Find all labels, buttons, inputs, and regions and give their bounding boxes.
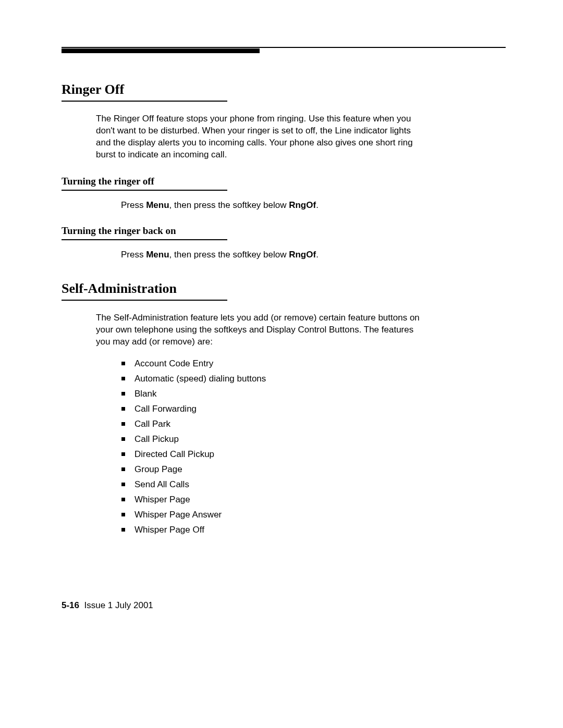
text: Press	[121, 200, 146, 210]
bullet-icon	[121, 467, 125, 471]
bullet-icon	[121, 452, 125, 456]
subheading-turn-on: Turning the ringer back on	[62, 225, 506, 237]
text: .	[316, 200, 319, 210]
list-item-label: Whisper Page Answer	[134, 510, 222, 520]
issue-text: Issue 1 July 2001	[84, 600, 153, 610]
bullet-icon	[121, 407, 125, 411]
rngof-key: RngOf	[289, 250, 316, 260]
top-rule	[62, 47, 506, 48]
list-item-label: Group Page	[134, 464, 182, 475]
text: , then press the softkey below	[169, 250, 289, 260]
list-item: Send All Calls	[121, 479, 506, 490]
feature-list: Account Code EntryAutomatic (speed) dial…	[121, 359, 506, 535]
list-item-label: Send All Calls	[134, 479, 189, 490]
list-item: Group Page	[121, 464, 506, 475]
bullet-icon	[121, 528, 125, 532]
list-item-label: Call Forwarding	[134, 404, 197, 414]
page-footer: 5-16 Issue 1 July 2001	[62, 600, 153, 611]
text: .	[316, 250, 319, 260]
bullet-icon	[121, 377, 125, 380]
text: Press	[121, 250, 146, 260]
list-item-label: Whisper Page	[134, 495, 190, 505]
list-item-label: Whisper Page Off	[134, 525, 204, 535]
list-item: Call Forwarding	[121, 404, 506, 414]
list-item: Call Pickup	[121, 434, 506, 445]
list-item-label: Call Park	[134, 419, 170, 429]
list-item: Whisper Page	[121, 495, 506, 505]
list-item-label: Blank	[134, 389, 157, 399]
list-item: Blank	[121, 389, 506, 399]
bullet-icon	[121, 392, 125, 396]
heading-ringer-off: Ringer Off	[62, 82, 506, 97]
menu-key: Menu	[146, 200, 169, 210]
list-item: Whisper Page Answer	[121, 510, 506, 520]
subheading-turn-off: Turning the ringer off	[62, 176, 506, 187]
list-item: Directed Call Pickup	[121, 449, 506, 460]
heading-rule	[62, 101, 227, 102]
subheading-rule	[62, 190, 227, 191]
para-ringer-off: The Ringer Off feature stops your phone …	[96, 113, 424, 161]
bullet-icon	[121, 498, 125, 501]
list-item: Account Code Entry	[121, 359, 506, 369]
text: , then press the softkey below	[169, 200, 289, 210]
list-item: Call Park	[121, 419, 506, 429]
heading-self-admin: Self-Administration	[62, 281, 506, 297]
list-item-label: Call Pickup	[134, 434, 179, 445]
list-item-label: Account Code Entry	[134, 359, 213, 369]
rngof-key: RngOf	[289, 200, 316, 210]
bullet-icon	[121, 362, 125, 365]
top-thick-bar	[62, 48, 260, 53]
subheading-rule	[62, 239, 227, 240]
list-item: Whisper Page Off	[121, 525, 506, 535]
list-item-label: Automatic (speed) dialing buttons	[134, 374, 266, 384]
menu-key: Menu	[146, 250, 169, 260]
bullet-icon	[121, 422, 125, 426]
bullet-icon	[121, 483, 125, 486]
para-self-admin: The Self-Administration feature lets you…	[96, 312, 424, 348]
page-number: 5-16	[62, 600, 79, 610]
step-turn-off: Press Menu, then press the softkey below…	[121, 200, 506, 211]
bullet-icon	[121, 437, 125, 441]
bullet-icon	[121, 513, 125, 516]
step-turn-on: Press Menu, then press the softkey below…	[121, 250, 506, 260]
list-item: Automatic (speed) dialing buttons	[121, 374, 506, 384]
heading-rule	[62, 300, 227, 301]
list-item-label: Directed Call Pickup	[134, 449, 214, 460]
